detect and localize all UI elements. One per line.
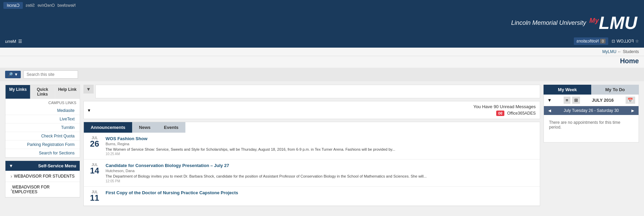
- print-quota-link[interactable]: Check Print Quota: [5, 132, 80, 140]
- follow-label: FOLLOW: [616, 39, 634, 44]
- content-tabs-area: Announcements News Events JUL 26 WOS Fas…: [83, 122, 540, 206]
- sites-link[interactable]: Sites: [26, 3, 35, 8]
- menu-button[interactable]: Menu ☰: [5, 39, 22, 44]
- cal-next-button[interactable]: ►: [630, 108, 635, 113]
- calendar-toolbar: ▼ ≡ ⊞ JULY 2016 📅: [544, 95, 639, 106]
- calendar-content: There are no appointments for this time …: [544, 115, 639, 142]
- center-content: ▼ ▾ You Have 90 Unread Messages 90 Offic…: [83, 85, 540, 206]
- mediasite-link[interactable]: Mediasite: [5, 106, 80, 115]
- self-service-header: ▼ Self-Service Menu: [5, 161, 80, 171]
- chevron-right-icon: ›: [11, 173, 12, 179]
- follow-button[interactable]: ⊡ FOLLOW ☆: [612, 39, 639, 44]
- page-title-bar: Home: [0, 56, 644, 68]
- hamburger-icon: ☰: [18, 39, 22, 44]
- messages-dropdown-icon[interactable]: ▾: [88, 107, 90, 113]
- announcement-content-2: Candidate for Conservation Biology Prese…: [106, 163, 536, 183]
- onedrive-link[interactable]: OneDrive: [37, 3, 55, 8]
- tab-my-todo[interactable]: My To Do: [591, 85, 639, 95]
- announcement-content-3: First Copy of the Doctor of Nursing Prac…: [106, 190, 536, 196]
- ann-text-2: The Department of Biology invites you to…: [106, 174, 536, 179]
- campus-links-title: CAMPUS LINKS: [5, 99, 80, 106]
- no-appointments-text: There are no appointments for this time …: [549, 120, 620, 130]
- tab-news[interactable]: News: [132, 122, 157, 133]
- webadvisor-students-item[interactable]: › WEBADVISOR FOR STUDENTS: [5, 171, 80, 182]
- collapse-button[interactable]: ▼: [83, 85, 94, 94]
- search-sections-link[interactable]: Search for Sections: [5, 149, 80, 157]
- date-day-3: 11: [90, 194, 99, 202]
- date-box-3: JUL 11: [88, 190, 101, 202]
- ann-title-1[interactable]: WOS Fashion Show: [106, 136, 536, 141]
- search-input[interactable]: [23, 70, 78, 79]
- page-title: Home: [620, 57, 639, 65]
- left-sidebar: My Links Quick Links Help Link CAMPUS LI…: [5, 85, 80, 206]
- calendar-dropdown-button[interactable]: ▼: [547, 98, 552, 103]
- office365-badge: 90: [496, 111, 504, 116]
- breadcrumb-parent[interactable]: MyLMU: [602, 49, 616, 54]
- date-day-1: 26: [90, 140, 99, 148]
- notifications-button[interactable]: Notifications 0: [574, 37, 609, 45]
- calendar-date-nav: ◄ July Tuesday 26 - Saturday 30 ►: [544, 106, 639, 115]
- content-tabs: Announcements News Events: [84, 122, 540, 133]
- announcement-item-2: JUL 14 Candidate for Conservation Biolog…: [84, 160, 540, 186]
- logo-area: Lincoln Memorial University MyLMU: [511, 14, 637, 32]
- search-bar: 🔍 ▼: [0, 68, 644, 81]
- ann-text-1: The Women of Service Show: Service, Swee…: [106, 147, 536, 152]
- tab-my-links[interactable]: My Links: [5, 85, 30, 99]
- date-day-2: 14: [90, 167, 99, 175]
- self-service-dropdown-icon[interactable]: ▼: [9, 163, 13, 168]
- announcement-item-3: JUL 11 First Copy of the Doctor of Nursi…: [84, 187, 540, 206]
- newsfeed-link[interactable]: Newsfeed: [58, 3, 76, 8]
- webadvisor-employees-label: WEBADVISOR FOR EMPLOYEES: [12, 185, 75, 194]
- site-header: Lincoln Memorial University MyLMU: [0, 11, 644, 35]
- office365-label: Office365ADES: [507, 111, 536, 116]
- menu-label: Menu: [5, 39, 16, 44]
- unread-messages-text: You Have 90 Unread Messages: [94, 104, 536, 109]
- star-icon: ☆: [635, 39, 639, 44]
- date-box-2: JUL 14: [88, 163, 101, 175]
- tab-quick-links[interactable]: Quick Links: [30, 85, 55, 99]
- messages-banner: ▾ You Have 90 Unread Messages 90 Office3…: [83, 101, 540, 119]
- breadcrumb-bar: MyLMU ← Students: [0, 48, 644, 56]
- links-panel: My Links Quick Links Help Link CAMPUS LI…: [5, 85, 80, 158]
- right-tabs: My Week My To Do: [544, 85, 639, 95]
- cal-prev-button[interactable]: ◄: [547, 108, 552, 113]
- toolbar: Menu ☰ Notifications 0 ⊡ FOLLOW ☆: [0, 35, 644, 48]
- parking-form-link[interactable]: Parking Registration Form: [5, 140, 80, 149]
- university-name: Lincoln Memorial University: [511, 19, 586, 27]
- ann-title-2[interactable]: Candidate for Conservation Biology Prese…: [106, 163, 536, 168]
- list-view-button[interactable]: ≡: [564, 97, 570, 104]
- toolbar-right: Menu ☰: [5, 39, 22, 44]
- livetext-link[interactable]: LiveText: [5, 115, 80, 123]
- lmu-logo: MyLMU: [590, 14, 637, 32]
- sidebar-tabs: My Links Quick Links Help Link: [5, 85, 80, 99]
- date-box-1: JUL 26: [88, 136, 101, 148]
- search-dropdown-button[interactable]: 🔍 ▼: [5, 71, 21, 78]
- calendar-view-icons: ≡ ⊞: [564, 97, 580, 104]
- tab-announcements[interactable]: Announcements: [84, 122, 132, 133]
- window-icon: ⊡: [612, 39, 615, 44]
- announcement-content-1: WOS Fashion Show Burns, Regina The Women…: [106, 136, 536, 156]
- tab-help-link[interactable]: Help Link: [55, 85, 80, 99]
- announcement-item-1: JUL 26 WOS Fashion Show Burns, Regina Th…: [84, 133, 540, 160]
- turnitin-link[interactable]: Turnitin: [5, 123, 80, 132]
- notifications-label: Notifications: [577, 39, 599, 44]
- breadcrumb-current: Students: [623, 49, 639, 54]
- notifications-badge: 0: [600, 39, 606, 44]
- ann-author-1: Burns, Regina: [106, 142, 536, 146]
- cancel-button[interactable]: Cancel: [3, 2, 23, 9]
- grid-view-button[interactable]: ⊞: [572, 97, 580, 104]
- ann-title-3[interactable]: First Copy of the Doctor of Nursing Prac…: [106, 190, 536, 195]
- breadcrumb-arrow: ←: [617, 49, 623, 54]
- self-service-title: Self-Service Menu: [38, 163, 76, 168]
- ann-time-2: 12:05 PM: [106, 179, 536, 183]
- webadvisor-students-label: WEBADVISOR FOR STUDENTS: [14, 174, 75, 179]
- toolbar-left: Notifications 0 ⊡ FOLLOW ☆: [574, 37, 639, 45]
- tab-my-week[interactable]: My Week: [544, 85, 591, 95]
- main-content: My Links Quick Links Help Link CAMPUS LI…: [0, 81, 644, 210]
- tab-events[interactable]: Events: [157, 122, 186, 133]
- breadcrumb: MyLMU ← Students: [602, 49, 639, 54]
- calendar-date-range: July Tuesday 26 - Saturday 30: [564, 108, 619, 113]
- ann-time-1: 10:25 AM: [106, 152, 536, 156]
- calendar-picker-button[interactable]: 📅: [626, 97, 635, 104]
- webadvisor-employees-item[interactable]: › WEBADVISOR FOR EMPLOYEES: [5, 182, 80, 197]
